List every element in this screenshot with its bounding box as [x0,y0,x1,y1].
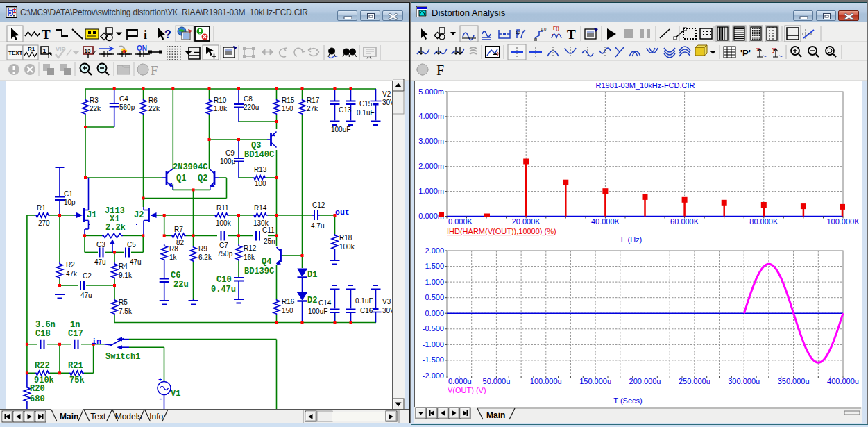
svg-text:200.000u: 200.000u [629,377,661,385]
svg-text:-2.000: -2.000 [423,371,444,380]
svg-text:0.000K: 0.000K [448,217,473,226]
svg-text:4.7u: 4.7u [311,222,324,230]
svg-text:2N3904C: 2N3904C [173,162,207,172]
svg-text:V2: V2 [382,90,391,98]
svg-text:C15: C15 [359,100,373,108]
svg-text:Info: Info [149,412,163,421]
svg-text:BD140C: BD140C [244,150,274,160]
svg-text:25n: 25n [264,237,275,245]
svg-text:T: T [567,27,576,42]
svg-text:400.000u: 400.000u [827,377,859,385]
svg-text:C12: C12 [312,201,325,209]
svg-text:in: in [92,337,101,346]
svg-text:J2: J2 [134,210,144,220]
svg-text:TEXT: TEXT [8,50,23,56]
svg-text:4.000m: 4.000m [418,112,444,120]
svg-text:1.000m: 1.000m [418,187,444,195]
svg-text:R6: R6 [148,97,158,104]
svg-text:13: 13 [85,48,91,54]
svg-text:R21: R21 [68,361,83,371]
svg-text:J1: J1 [87,210,96,220]
svg-text:D1: D1 [307,270,317,280]
svg-text:300.000u: 300.000u [728,377,760,385]
svg-text:1: 1 [43,47,46,54]
svg-text:1n: 1n [70,320,80,330]
svg-text:0.1uF: 0.1uF [355,297,373,305]
svg-text:R10: R10 [214,97,227,104]
svg-text:R1: R1 [28,46,35,52]
svg-text:V1: V1 [171,389,180,399]
svg-text:R5: R5 [119,299,128,306]
svg-text:Switch1: Switch1 [105,352,140,362]
svg-text:R1: R1 [37,204,46,212]
svg-text:250.000u: 250.000u [679,377,710,385]
svg-text:100p: 100p [220,158,236,165]
svg-text:100k: 100k [216,219,232,227]
svg-text:100.000K: 100.000K [826,217,860,226]
svg-text:C2: C2 [83,272,92,280]
svg-text:60.000K: 60.000K [670,217,699,226]
svg-text:R16: R16 [282,298,295,305]
svg-text:220u: 220u [244,103,259,111]
svg-text:270: 270 [38,219,50,227]
svg-text:T (Secs): T (Secs) [613,396,642,405]
svg-text:-1.500: -1.500 [423,355,444,364]
svg-text:C16: C16 [360,307,373,315]
svg-text:C17: C17 [68,329,83,339]
svg-text:16k: 16k [244,253,255,261]
svg-text:C1: C1 [64,190,73,198]
svg-text:750p: 750p [217,250,233,258]
svg-text:C5: C5 [127,241,136,249]
svg-text:R20: R20 [30,384,45,394]
svg-text:C4: C4 [119,95,128,103]
svg-text:D2: D2 [307,296,317,305]
svg-text:0.1uF: 0.1uF [357,109,375,117]
svg-text:100uF: 100uF [308,308,327,315]
svg-text:2.000m: 2.000m [418,162,444,170]
svg-text:3.000m: 3.000m [418,137,444,145]
svg-text:1.500: 1.500 [425,262,444,270]
svg-text:F: F [151,63,158,78]
svg-text:C3: C3 [96,241,105,249]
svg-text:560p: 560p [119,103,135,111]
svg-text:R15: R15 [282,97,295,104]
svg-text:680: 680 [30,394,45,404]
svg-text:75k: 75k [69,376,85,385]
svg-text:BD139C: BD139C [244,267,274,276]
svg-text:-0.500: -0.500 [423,324,444,333]
svg-text:R8: R8 [169,245,178,253]
svg-text:10: 10 [516,31,520,35]
svg-text:F(): F() [553,26,559,31]
svg-text:R9: R9 [198,245,207,253]
svg-text:i: i [144,28,147,42]
svg-text:10p: 10p [64,199,76,206]
svg-text:100uF: 100uF [331,126,350,133]
svg-text:T: T [42,27,51,42]
svg-text:47u: 47u [94,258,106,266]
svg-text:R1981-03M_10kHz-FCD.CIR: R1981-03M_10kHz-FCD.CIR [595,81,695,90]
svg-text:47u: 47u [80,292,92,299]
svg-text:3.6n: 3.6n [35,320,56,330]
svg-text:22k: 22k [90,105,101,112]
svg-text:Q2: Q2 [198,174,207,183]
svg-text:R18: R18 [339,234,352,242]
svg-text:C13: C13 [339,106,352,114]
svg-text:Main: Main [60,412,78,421]
svg-text:22u: 22u [173,280,189,290]
svg-text:R7: R7 [174,226,183,233]
svg-text:IHD(HARM(V(OUT)),10000) (%): IHD(HARM(V(OUT)),10000) (%) [447,227,556,235]
svg-text:Main: Main [486,410,505,420]
svg-text:C6: C6 [171,271,180,281]
svg-text:150.000u: 150.000u [579,377,611,385]
svg-text:7.5k: 7.5k [119,308,133,315]
svg-text:1k: 1k [169,253,178,261]
svg-text:6.2k: 6.2k [198,253,212,261]
svg-text:27k: 27k [307,105,318,112]
svg-text:350.000u: 350.000u [778,377,810,385]
svg-text:-1.000: -1.000 [423,340,444,349]
svg-text:30V: 30V [382,307,392,315]
svg-text:Models: Models [115,412,142,421]
svg-text:Q3: Q3 [251,141,261,151]
svg-text:-: - [158,394,163,403]
svg-text:C11: C11 [262,226,275,234]
